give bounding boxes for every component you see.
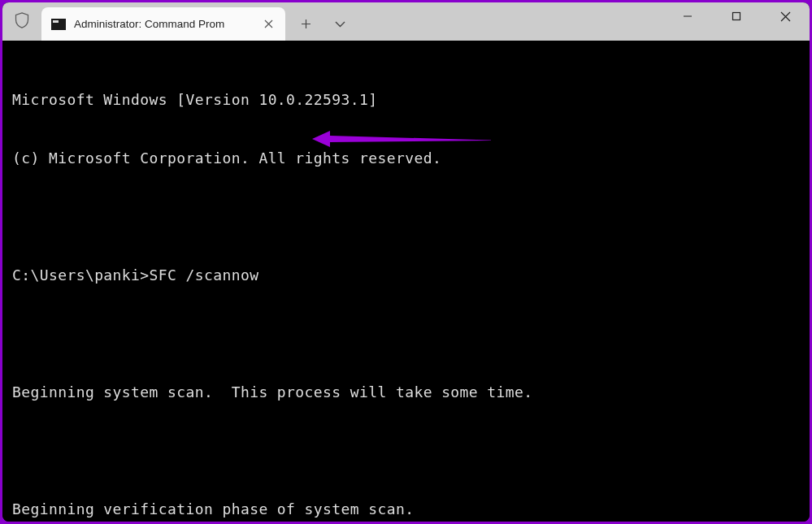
tab-active[interactable]: Administrator: Command Prom: [41, 7, 285, 41]
tab-close-button[interactable]: [258, 14, 279, 35]
arrow-annotation: [258, 110, 436, 129]
tab-title: Administrator: Command Prom: [74, 18, 250, 30]
minimize-button[interactable]: [663, 2, 712, 30]
close-button[interactable]: [761, 2, 810, 30]
shield-icon: [14, 11, 30, 32]
terminal-line: Beginning system scan. This process will…: [12, 383, 800, 402]
terminal-window: Administrator: Command Prom: [2, 2, 810, 522]
terminal-line: Beginning verification phase of system s…: [12, 500, 800, 519]
terminal-line: C:\Users\panki>SFC /scannow: [12, 266, 800, 285]
new-tab-button[interactable]: [289, 7, 323, 41]
maximize-button[interactable]: [712, 2, 761, 30]
terminal-line: [12, 441, 800, 461]
terminal-line: [12, 324, 800, 344]
tab-actions: [289, 2, 357, 41]
terminal-line: [12, 207, 800, 227]
terminal-line: Microsoft Windows [Version 10.0.22593.1]: [12, 90, 800, 110]
tab-dropdown-button[interactable]: [323, 7, 357, 41]
terminal-line: (c) Microsoft Corporation. All rights re…: [12, 149, 800, 168]
cmd-icon: [51, 19, 66, 30]
terminal-content[interactable]: Microsoft Windows [Version 10.0.22593.1]…: [2, 41, 810, 522]
shield-area: [2, 2, 41, 41]
svg-rect-0: [733, 13, 740, 20]
titlebar[interactable]: Administrator: Command Prom: [2, 2, 810, 41]
window-controls: [663, 2, 810, 30]
